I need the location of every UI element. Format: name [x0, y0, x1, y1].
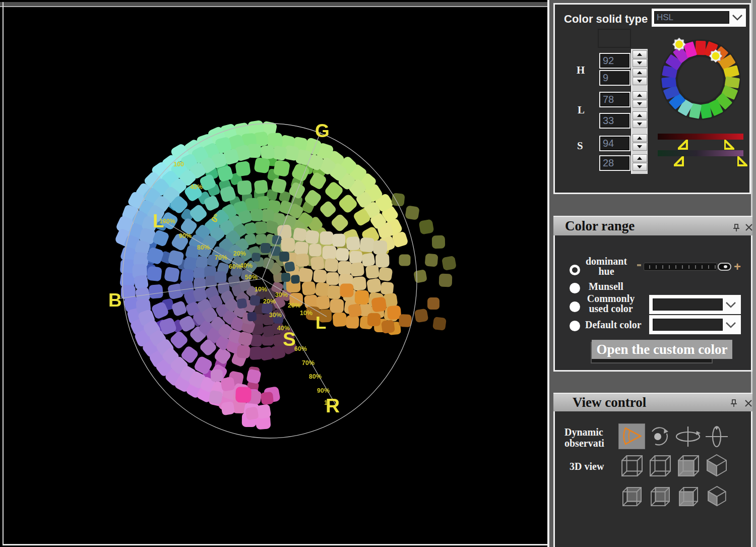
- svg-text:100: 100: [173, 161, 184, 168]
- svg-text:60%: 60%: [294, 345, 307, 352]
- svg-text:50%: 50%: [245, 274, 258, 281]
- svg-text:80%: 80%: [197, 244, 210, 251]
- svg-text:70%: 70%: [215, 254, 227, 261]
- svg-text:10%: 10%: [300, 310, 312, 317]
- svg-text:20%: 20%: [288, 302, 300, 309]
- svg-text:30%: 30%: [275, 291, 288, 298]
- svg-text:L: L: [316, 313, 326, 332]
- svg-text:R: R: [326, 395, 340, 416]
- svg-text:90%: 90%: [179, 232, 192, 239]
- svg-text:1: 1: [324, 399, 328, 406]
- svg-text:100%: 100%: [159, 218, 175, 225]
- svg-text:40%: 40%: [190, 184, 203, 191]
- svg-text:80%: 80%: [309, 373, 322, 380]
- svg-text:B: B: [108, 290, 122, 311]
- svg-text:40%: 40%: [277, 325, 290, 332]
- svg-text:10%: 10%: [255, 286, 267, 293]
- svg-text:90%: 90%: [317, 387, 330, 394]
- svg-text:70%: 70%: [302, 359, 314, 367]
- svg-text:20%: 20%: [263, 298, 276, 305]
- svg-text:40%: 40%: [240, 262, 253, 269]
- svg-text:30%: 30%: [269, 312, 282, 319]
- svg-text:G: G: [315, 120, 330, 141]
- svg-text:20%: 20%: [233, 250, 246, 257]
